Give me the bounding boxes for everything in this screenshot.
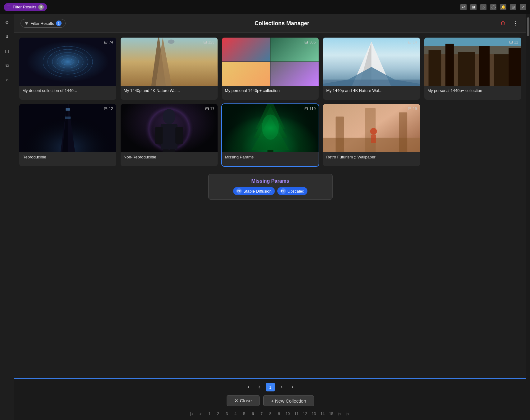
sec-pagination-next[interactable]: ▷: [336, 410, 344, 418]
bottom-bar: 1 ✕ Close + New Collection |◁ ◁ 1 2 3: [14, 378, 526, 420]
card-count-6: 12: [104, 107, 113, 111]
svg-point-11: [168, 39, 175, 44]
sec-pg-13[interactable]: 13: [310, 410, 318, 418]
main-layout: ⚙ ⬇ ◫ ⧉ ⌕ Filter Results 1 Collections M…: [0, 14, 530, 420]
collage-cell-1: [222, 38, 270, 62]
sec-pg-8[interactable]: 8: [267, 410, 274, 418]
image-icon: [104, 40, 108, 44]
image-icon-7: [205, 107, 209, 111]
dialog-filter-pill[interactable]: Filter Results 1: [21, 19, 66, 28]
last-page-icon: [291, 385, 295, 389]
card-count-4: 14: [408, 40, 417, 44]
retro-graphic: [323, 104, 420, 152]
delete-button[interactable]: [498, 19, 508, 28]
collection-card-4[interactable]: 14: [323, 38, 420, 100]
svg-rect-43: [163, 149, 169, 152]
svg-rect-1: [43, 46, 93, 77]
collection-card-8[interactable]: 119: [222, 104, 319, 166]
tooltip-title: Missing Params: [215, 178, 326, 184]
svg-rect-24: [445, 44, 454, 86]
sec-pg-12[interactable]: 12: [302, 410, 309, 418]
image-icon-4: [408, 40, 412, 44]
card-label-2: My 1440p and 4K Nature Wal...: [121, 86, 218, 95]
sec-pg-10[interactable]: 10: [284, 410, 292, 418]
card-image-7: [121, 104, 218, 152]
top-filter-count: 0: [38, 4, 44, 10]
dialog-header: Filter Results 1 Collections Manager ⋮: [14, 14, 526, 33]
card-label-7: Non-Reproducible: [121, 152, 218, 162]
svg-rect-28: [509, 48, 521, 86]
grid-view-icon[interactable]: ⊞: [470, 4, 477, 10]
svg-rect-25: [458, 52, 475, 86]
card-image-8: [222, 104, 319, 152]
sec-pg-11[interactable]: 11: [293, 410, 300, 418]
pagination-next[interactable]: [277, 383, 286, 391]
more-options-button[interactable]: ⋮: [511, 19, 520, 28]
new-collection-button[interactable]: + New Collection: [263, 395, 314, 406]
sidebar-download-icon[interactable]: ⬇: [3, 32, 12, 41]
sec-pg-1[interactable]: 1: [206, 410, 213, 418]
tag-stable-diffusion-count: 191: [236, 188, 242, 194]
sec-pagination-prev[interactable]: ◁: [197, 410, 205, 418]
pagination-prev[interactable]: [255, 383, 264, 391]
sec-pg-15[interactable]: 15: [328, 410, 335, 418]
collection-card-3[interactable]: 306 My personal 1440p+ collection: [222, 38, 319, 100]
top-filter-pill[interactable]: Filter Results 0: [4, 3, 47, 11]
collection-card-5[interactable]: 11: [424, 38, 521, 100]
pagination-page-1[interactable]: 1: [266, 383, 275, 391]
image-icon-3: [304, 40, 308, 44]
layout-toggle-icon[interactable]: ⊟: [510, 4, 516, 10]
sec-pg-4[interactable]: 4: [232, 410, 239, 418]
card-count-7: 17: [205, 107, 214, 111]
card-count-1: 74: [104, 40, 113, 44]
svg-rect-35: [65, 116, 71, 119]
card-image-9: [323, 104, 420, 152]
card-count-5: 11: [509, 40, 518, 44]
collection-card-2[interactable]: 123: [121, 38, 218, 100]
card-count-3: 306: [304, 40, 316, 44]
collage-cell-3: [222, 62, 270, 86]
sidebar-search-icon[interactable]: ⌕: [3, 75, 12, 84]
scroll-thumb[interactable]: [527, 17, 529, 36]
sec-pg-5[interactable]: 5: [241, 410, 248, 418]
sec-pg-7[interactable]: 7: [258, 410, 265, 418]
filter-icon: [7, 5, 11, 9]
pagination-last[interactable]: [288, 383, 297, 391]
card-image-4: [323, 38, 420, 86]
fullscreen-icon[interactable]: ⤢: [520, 4, 526, 10]
top-filter-label: Filter Results: [13, 5, 36, 9]
svg-rect-61: [371, 135, 376, 143]
sec-pg-6[interactable]: 6: [249, 410, 257, 418]
svg-point-39: [163, 109, 175, 124]
zoom-icon[interactable]: ⌕: [480, 4, 486, 10]
sec-pg-2[interactable]: 2: [214, 410, 222, 418]
pagination-first[interactable]: [244, 383, 252, 391]
tooltip-container: Missing Params 191 Stable Diffusion 191 …: [19, 174, 521, 200]
tag-stable-diffusion-label: Stable Diffusion: [243, 189, 272, 194]
sec-pagination-first[interactable]: |◁: [188, 410, 196, 418]
bell-icon[interactable]: 🔔: [500, 4, 506, 10]
card-label-6: Reproducible: [19, 152, 116, 162]
right-scrollbar[interactable]: [526, 14, 530, 420]
sidebar-layers-icon[interactable]: ◫: [3, 47, 12, 55]
collection-card-1[interactable]: 74: [19, 38, 116, 100]
undo-icon[interactable]: ↩: [460, 4, 467, 10]
collection-card-7[interactable]: 17: [121, 104, 218, 166]
tag-upscaled[interactable]: 191 Upscaled: [277, 187, 307, 195]
sec-pagination-last[interactable]: ▷|: [345, 410, 353, 418]
sec-pg-9[interactable]: 9: [275, 410, 283, 418]
sec-pg-14[interactable]: 14: [319, 410, 326, 418]
sidebar-copy-icon[interactable]: ⧉: [3, 61, 12, 70]
tooltip-tags: 191 Stable Diffusion 191 Upscaled: [215, 187, 326, 195]
close-button[interactable]: ✕ Close: [227, 395, 260, 406]
svg-rect-44: [169, 149, 175, 152]
sidebar-settings-icon[interactable]: ⚙: [3, 18, 12, 27]
user-icon[interactable]: ◯: [490, 4, 496, 10]
card-image-6: [19, 104, 116, 152]
collection-card-9[interactable]: 19: [323, 104, 420, 166]
sec-pg-3[interactable]: 3: [223, 410, 231, 418]
card-label-4: My 1440p and 4K Nature Wal...: [323, 86, 420, 95]
tag-stable-diffusion[interactable]: 191 Stable Diffusion: [233, 187, 275, 195]
collection-card-6[interactable]: 12: [19, 104, 116, 166]
svg-rect-53: [222, 104, 319, 152]
